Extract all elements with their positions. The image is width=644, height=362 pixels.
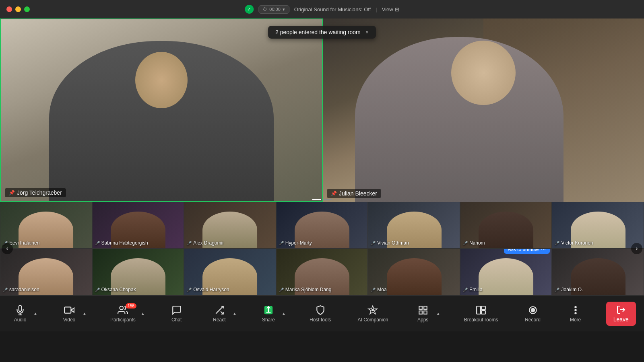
muted-icon: 🎤 (187, 288, 192, 292)
more-button[interactable]: More (564, 302, 588, 325)
host-tools-button[interactable]: Host tools (305, 302, 335, 325)
thumb-name-moa: 🎤 Moa (371, 287, 386, 292)
breakout-rooms-label: Breakout rooms (464, 317, 498, 323)
view-label: View (382, 6, 393, 12)
ai-companion-label: AI Companion (357, 317, 388, 323)
svg-rect-12 (424, 306, 427, 309)
react-chevron[interactable]: ▲ (231, 309, 238, 318)
muted-icon: 🎤 (95, 288, 100, 292)
ai-companion-button[interactable]: AI Companion (353, 302, 392, 325)
thumb-name-alex: 🎤 Alex Dragomir (187, 240, 224, 246)
record-label: Record (525, 317, 541, 323)
apps-button[interactable]: Apps (411, 302, 435, 325)
separator: | (376, 6, 377, 12)
participants-chevron[interactable]: ▲ (140, 309, 146, 318)
thumbnail-marika[interactable]: 🎤 Marika Sjöblom Dang (276, 249, 368, 295)
apps-label: Apps (417, 317, 428, 323)
share-chevron[interactable]: ▲ (281, 309, 287, 318)
main-video-area: 📌 Jörg Teichgraeber 📌 Julian Bleecker 2 … (0, 19, 644, 202)
video-chevron[interactable]: ▲ (81, 309, 88, 318)
main-video-right[interactable]: 📌 Julian Bleecker (323, 19, 644, 202)
audio-chevron[interactable]: ▲ (32, 309, 39, 318)
audio-button[interactable]: Audio (8, 302, 32, 325)
traffic-lights (6, 6, 30, 12)
thumbnail-hyper-marty[interactable]: 🎤 Hyper-Marty (276, 202, 368, 249)
pin-icon-right: 📌 (331, 191, 337, 196)
more-options-icon[interactable]: ⋯ (541, 249, 546, 252)
thumb-name-sara: 🎤 saradanielson (3, 287, 39, 292)
muted-icon: 🎤 (187, 241, 192, 245)
close-window-button[interactable] (6, 6, 12, 12)
scroll-dot-1 (312, 199, 321, 200)
svg-point-20 (575, 306, 576, 307)
thumbnail-osvald[interactable]: 🎤 Osvald Harryson (184, 249, 276, 295)
share-group: Share ▲ (256, 302, 287, 325)
strip-nav-right[interactable]: › (631, 243, 642, 254)
share-button[interactable]: Share (256, 302, 281, 325)
muted-icon: 🎤 (95, 241, 100, 245)
speaker-name-right: Julian Bleecker (339, 190, 377, 197)
view-button[interactable]: View ⊞ (382, 6, 399, 12)
minimize-window-button[interactable] (15, 6, 21, 12)
apps-chevron[interactable]: ▲ (435, 309, 442, 318)
audio-group: Audio ▲ (8, 302, 39, 325)
thumbnail-grid: 🎤 Eevi Ihalainen 🎤 Sabrina Habtegergish … (0, 202, 644, 295)
record-button[interactable]: Record (521, 302, 545, 325)
participants-button[interactable]: 156 Participants (106, 302, 140, 325)
main-video-left[interactable]: 📌 Jörg Teichgraeber (0, 19, 323, 202)
svg-point-22 (575, 312, 576, 313)
thumbnail-joakim[interactable]: 🎤 Joakim O. (552, 249, 644, 295)
thumbnail-sara[interactable]: 🎤 saradanielson (0, 249, 92, 295)
thumb-name-hyper-marty: 🎤 Hyper-Marty (279, 240, 312, 246)
react-group: React ▲ (207, 302, 238, 325)
thumb-name-victor: 🎤 Victor Kuronen (555, 240, 593, 246)
thumbnail-alex[interactable]: 🎤 Alex Dragomir (184, 202, 276, 249)
scroll-dot-2 (323, 199, 332, 200)
video-button[interactable]: Video (57, 302, 81, 325)
video-name-left: 📌 Jörg Teichgraeber (5, 188, 66, 197)
scroll-indicator (312, 199, 332, 200)
speaker-name-left: Jörg Teichgraeber (17, 189, 62, 196)
participants-label: Participants (110, 317, 136, 323)
svg-point-10 (372, 309, 374, 311)
leave-button[interactable]: Leave (606, 302, 636, 326)
breakout-rooms-button[interactable]: Breakout rooms (460, 302, 502, 325)
thumbnail-oksana[interactable]: 🎤 Oksana Chopak (92, 249, 184, 295)
chat-label: Chat (171, 317, 182, 323)
thumbnail-eevi[interactable]: 🎤 Eevi Ihalainen (0, 202, 92, 249)
thumbnail-moa[interactable]: 🎤 Moa (368, 249, 460, 295)
thumbnail-vivian[interactable]: 🎤 Vivian Othman (368, 202, 460, 249)
share-label: Share (262, 317, 275, 323)
svg-rect-11 (419, 306, 422, 309)
video-name-right: 📌 Julian Bleecker (327, 189, 381, 198)
thumbnail-sabrina[interactable]: 🎤 Sabrina Habtegergish (92, 202, 184, 249)
thumbnail-emilia[interactable]: Ask to unmute ⋯ 🎤 Emilia (460, 249, 552, 295)
muted-icon: 🎤 (3, 288, 8, 292)
strip-nav-left[interactable]: ‹ (2, 243, 13, 254)
notification-close-button[interactable]: × (365, 29, 369, 35)
video-group: Video ▲ (57, 302, 88, 325)
svg-point-19 (531, 308, 535, 312)
thumbnail-nahom[interactable]: 🎤 Nahom (460, 202, 552, 249)
ask-unmute-label: Ask to unmute (508, 249, 539, 252)
muted-icon: 🎤 (555, 241, 559, 245)
thumb-name-emilia: 🎤 Emilia (463, 287, 483, 292)
react-button[interactable]: React (207, 302, 231, 325)
meeting-toolbar: Audio ▲ Video ▲ 156 Participants ▲ (0, 295, 644, 331)
maximize-window-button[interactable] (24, 6, 30, 12)
thumbnail-row-2: 🎤 saradanielson 🎤 Oksana Chopak 🎤 Osvald… (0, 249, 644, 295)
original-sound-label[interactable]: Original Sound for Musicians: Off (294, 6, 371, 12)
titlebar-center: ✓ ⏱ 00:00 ▾ Original Sound for Musicians… (245, 5, 399, 14)
participant-strip: ‹ 🎤 Eevi Ihalainen 🎤 Sabrina Habtegergis… (0, 202, 644, 295)
host-tools-label: Host tools (310, 317, 331, 323)
meeting-timer[interactable]: ⏱ 00:00 ▾ (258, 5, 289, 14)
ask-to-unmute-popup[interactable]: Ask to unmute ⋯ (504, 249, 550, 254)
thumb-name-vivian: 🎤 Vivian Othman (371, 240, 409, 246)
thumb-name-oksana: 🎤 Oksana Chopak (95, 287, 136, 292)
thumb-name-sabrina: 🎤 Sabrina Habtegergish (95, 240, 148, 246)
thumbnail-victor[interactable]: 🎤 Victor Kuronen (552, 202, 644, 249)
waiting-room-notification: 2 people entered the waiting room × (268, 26, 376, 39)
muted-icon: 🎤 (279, 241, 284, 245)
pin-icon-left: 📌 (9, 190, 15, 195)
chat-button[interactable]: Chat (165, 302, 189, 325)
